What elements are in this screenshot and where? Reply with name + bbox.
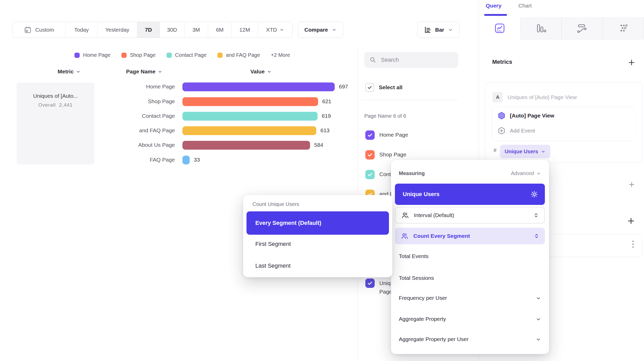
range-xtd-button[interactable]: XTD (258, 22, 292, 38)
measuring-option-total-events[interactable]: Total Events (399, 253, 428, 259)
gear-icon[interactable] (530, 190, 538, 198)
row-page-name: Home Page (99, 84, 175, 90)
legend-swatch (167, 53, 172, 58)
checked-checkbox[interactable] (365, 130, 375, 140)
select-all-checkbox[interactable] (365, 83, 374, 92)
search-icon (369, 57, 376, 63)
legend-item[interactable]: Contact Page (167, 52, 207, 58)
segment-count-selector[interactable]: Count Every Segment (395, 228, 545, 244)
legend-swatch (74, 53, 80, 58)
chevron-down-icon[interactable] (536, 316, 541, 322)
bar-value: 584 (314, 142, 323, 148)
legend-more-link[interactable]: +2 More (271, 52, 290, 58)
funnels-icon (535, 23, 547, 33)
aggregation-chip[interactable]: Unique Users (500, 145, 550, 158)
search-input[interactable] (380, 56, 456, 64)
measuring-option-total-sessions[interactable]: Total Sessions (399, 275, 434, 281)
chevron-down-icon (157, 69, 162, 74)
table-row: Contact Page 619 (0, 112, 355, 121)
bar-value: 613 (320, 127, 330, 134)
column-header-value[interactable]: Value (250, 68, 272, 75)
add-breakdown-button[interactable] (627, 217, 635, 225)
report-tab-funnels[interactable] (520, 17, 561, 39)
chevron-down-icon[interactable] (536, 337, 541, 342)
flows-icon (577, 23, 588, 33)
bar[interactable] (182, 126, 316, 135)
stepper-icon (533, 212, 539, 218)
event-row[interactable]: [Auto] Page View (497, 112, 554, 120)
legend-checkbox-row[interactable]: Home Page (365, 130, 408, 140)
add-filter-button[interactable] (628, 181, 635, 188)
count-option-last-segment[interactable]: Last Segment (255, 262, 291, 269)
bar[interactable] (182, 97, 318, 106)
tab-chart[interactable]: Chart (518, 3, 532, 9)
column-header-metric[interactable]: Metric (58, 68, 81, 75)
legend-checkbox-row[interactable]: Shop Page (365, 150, 406, 159)
range-yesterday-button[interactable]: Yesterday (98, 22, 137, 38)
report-tab-more-reports[interactable] (603, 17, 644, 39)
bar[interactable] (182, 141, 310, 150)
table-row: FAQ Page 33 (0, 156, 355, 164)
measuring-option-aggregate-property-per-user[interactable]: Aggregate Property per User (399, 336, 468, 342)
kebab-menu-icon[interactable] (632, 241, 634, 248)
metric-cell[interactable]: Uniques of [Auto... Overall 2,441 (17, 82, 94, 164)
legend-search[interactable] (364, 52, 458, 68)
advanced-dropdown[interactable]: Advanced (511, 170, 541, 176)
bar-value: 33 (194, 157, 200, 163)
row-page-name: About Us Page (99, 142, 175, 148)
select-all-label: Select all (379, 84, 402, 91)
column-header-page-name[interactable]: Page Name (126, 68, 162, 75)
legend-item[interactable]: Shop Page (121, 52, 156, 58)
range-today-button[interactable]: Today (66, 22, 98, 38)
metric-letter-badge: A (492, 92, 503, 102)
interval-selector[interactable]: Interval (Default) (395, 207, 545, 224)
measuring-popover: Measuring Advanced Unique Users (391, 160, 549, 354)
select-all-row[interactable]: Select all (365, 83, 402, 92)
divider (361, 100, 458, 100)
report-tab-insights[interactable] (479, 17, 520, 39)
legend-swatch (217, 53, 223, 58)
range-6m-button[interactable]: 6M (208, 22, 232, 38)
measuring-option-unique-users[interactable]: Unique Users (395, 184, 545, 205)
chart-type-button[interactable]: Bar (417, 22, 460, 38)
bar-value: 621 (322, 98, 331, 105)
measuring-title: Measuring (399, 170, 425, 176)
count-option-every-segment[interactable]: Every Segment (Default) (246, 211, 389, 235)
horizontal-bar-chart-icon (424, 26, 431, 34)
checked-checkbox[interactable] (365, 150, 375, 159)
measuring-option-aggregate-property[interactable]: Aggregate Property (399, 316, 446, 322)
compare-button[interactable]: Compare (298, 22, 343, 38)
measuring-option-frequency-per-user[interactable]: Frequency per User (399, 295, 447, 301)
stepper-icon (533, 233, 540, 239)
chevron-down-icon (279, 27, 284, 32)
range-30d-button[interactable]: 30D (160, 22, 184, 38)
range-custom-button[interactable]: Custom (12, 22, 66, 38)
legend-item[interactable]: and FAQ Page (217, 52, 260, 58)
report-tab-flows[interactable] (561, 17, 603, 39)
active-tab-underline (484, 14, 507, 16)
legend-item[interactable]: Home Page (74, 52, 111, 58)
date-range-group: Custom Today Yesterday 7D 30D 3M 6M 12M … (12, 22, 293, 38)
bar[interactable] (182, 112, 318, 121)
add-event-row[interactable]: Add Event (497, 127, 535, 135)
chevron-down-icon (76, 69, 81, 74)
count-option-first-segment[interactable]: First Segment (255, 241, 291, 247)
row-page-name: and FAQ Page (99, 127, 175, 134)
range-3m-button[interactable]: 3M (184, 22, 208, 38)
tab-query[interactable]: Query (486, 3, 502, 9)
range-12m-button[interactable]: 12M (232, 22, 258, 38)
event-card: [Auto] Page View Add Event (492, 107, 636, 141)
checked-checkbox[interactable] (365, 279, 375, 288)
range-7d-button[interactable]: 7D (137, 22, 160, 38)
calendar-icon (24, 26, 32, 34)
insights-report-page: Custom Today Yesterday 7D 30D 3M 6M 12M … (0, 0, 644, 361)
add-metric-button[interactable] (628, 59, 635, 66)
bar[interactable] (182, 156, 190, 164)
bar[interactable] (182, 82, 335, 91)
count-unique-users-popover: Count Unique Users Every Segment (Defaul… (243, 195, 392, 277)
metrics-section-title: Metrics (492, 59, 512, 65)
chevron-down-icon (541, 149, 546, 154)
checked-checkbox[interactable] (365, 170, 375, 179)
users-icon (401, 233, 408, 240)
chevron-down-icon[interactable] (536, 295, 541, 301)
